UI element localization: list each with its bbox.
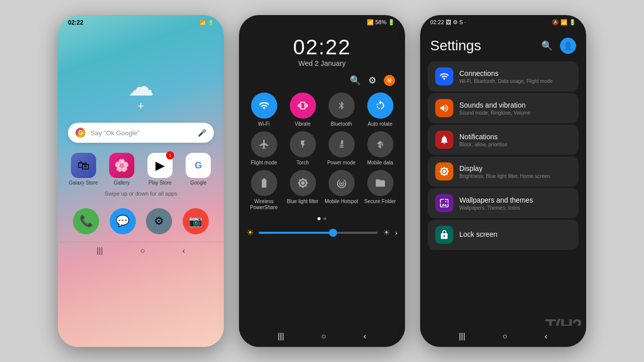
play-store-badge: 1	[166, 151, 174, 159]
battery-icon: 🔋	[208, 20, 214, 26]
wallpapers-title: Wallpapers and themes	[459, 196, 571, 204]
google-search-bar[interactable]: G Say "Ok Google" 🎤	[68, 123, 214, 143]
recents-button-3[interactable]: |||	[459, 332, 465, 341]
brightness-row: ☀ ☀ ›	[239, 223, 405, 240]
powershare-tile-label: Wireless PowerShare	[247, 199, 281, 211]
lockscreen-title: Lock screen	[459, 230, 571, 238]
search-icon-notif[interactable]: 🔍	[350, 75, 361, 86]
status-bar-notif: 📶 58% 🔋	[239, 15, 405, 28]
nav-bar-1: ||| ○ ‹	[58, 242, 224, 259]
settings-header-icons: 🔍 👤	[541, 38, 576, 54]
powermode-tile-icon	[329, 131, 355, 157]
tile-securefolder[interactable]: Secure Folder	[363, 170, 397, 211]
autorotate-tile-label: Auto rotate	[368, 121, 392, 127]
google-app-icon: G	[186, 153, 211, 178]
tile-vibrate[interactable]: Vibrate	[285, 93, 320, 127]
recents-button-2[interactable]: |||	[278, 332, 284, 341]
vibrate-tile-label: Vibrate	[295, 121, 311, 127]
sounds-subtitle: Sound mode, Ringtone, Volume	[459, 110, 571, 116]
app-gallery[interactable]: 🌸 Gallery	[104, 153, 139, 186]
autorotate-tile-icon	[367, 93, 393, 119]
sounds-text: Sounds and vibration Sound mode, Rington…	[459, 101, 571, 116]
home-button-1[interactable]: ○	[140, 246, 145, 255]
dot-indicators	[239, 215, 405, 223]
dock-camera[interactable]: 📷	[183, 208, 209, 234]
search-icon-settings[interactable]: 🔍	[541, 40, 552, 51]
dock-settings[interactable]: ⚙	[146, 208, 172, 234]
cloud-plus: +	[138, 100, 144, 113]
settings-item-notifications[interactable]: Notifications Block, allow, prioritise	[428, 125, 579, 155]
recents-button-1[interactable]: |||	[97, 246, 103, 255]
nav-bar-3: ||| ○ ‹	[420, 326, 586, 347]
torch-tile-label: Torch	[296, 160, 308, 166]
flightmode-tile-icon	[251, 131, 277, 157]
wallpapers-text: Wallpapers and themes Wallpapers, Themes…	[459, 196, 571, 211]
settings-item-lockscreen[interactable]: Lock screen	[428, 220, 579, 250]
back-button-3[interactable]: ‹	[545, 332, 547, 341]
settings-list: Connections Wi-Fi, Bluetooth, Data usage…	[420, 61, 586, 250]
user-avatar-settings[interactable]: 👤	[560, 38, 576, 54]
swipe-hint: Swipe up or down for all apps	[58, 191, 224, 197]
notification-badge[interactable]: N	[384, 75, 395, 86]
status-bar-settings: 02:22 🖼 ⚙ S · 🔕 📶 🔋	[420, 15, 586, 28]
settings-header: Settings 🔍 👤	[420, 28, 586, 61]
app-galaxy-store[interactable]: 🛍 Galaxy Store	[65, 153, 101, 186]
dot-1	[317, 217, 320, 220]
tile-torch[interactable]: Torch	[285, 131, 320, 166]
powermode-tile-label: Power mode	[327, 160, 355, 166]
tile-flightmode[interactable]: Flight mode	[247, 131, 281, 166]
brightness-slider[interactable]	[259, 232, 378, 234]
torch-tile-icon	[290, 131, 316, 157]
notifications-title: Notifications	[459, 133, 571, 141]
app-grid: 🛍 Galaxy Store 🌸 Gallery ▶ 1 Play Store	[65, 153, 216, 186]
home-button-3[interactable]: ○	[503, 332, 508, 341]
settings-item-wallpapers[interactable]: Wallpapers and themes Wallpapers, Themes…	[428, 188, 579, 218]
tile-bluelight[interactable]: Blue light filter	[285, 170, 320, 211]
phone-home: 02:22 📶 🔋 ☁ + G Say "Ok Google" 🎤 🛍 Gala…	[58, 15, 224, 347]
tile-bluetooth[interactable]: Bluetooth	[324, 93, 359, 127]
securefolder-tile-icon	[367, 170, 393, 196]
dock-messages[interactable]: 💬	[110, 208, 136, 234]
gallery-label: Gallery	[114, 180, 130, 186]
settings-icon-notif[interactable]: ⚙	[368, 75, 376, 86]
status-icons-1: 📶 🔋	[200, 20, 214, 26]
tile-wifi[interactable]: Wi-Fi	[247, 93, 281, 127]
flightmode-tile-label: Flight mode	[251, 160, 277, 166]
play-store-label: Play Store	[148, 180, 172, 186]
tile-mobiledata[interactable]: Mobile data	[363, 131, 397, 166]
tile-hotspot[interactable]: Mobile Hotspot	[324, 170, 359, 211]
back-button-2[interactable]: ‹	[364, 332, 366, 341]
nav-bar-2: ||| ○ ‹	[239, 326, 405, 347]
phone-settings: 02:22 🖼 ⚙ S · 🔕 📶 🔋 Settings 🔍 👤 Connect…	[420, 15, 586, 347]
tile-powermode[interactable]: Power mode	[324, 131, 359, 166]
brightness-expand-icon[interactable]: ›	[395, 229, 397, 237]
tile-powershare[interactable]: Wireless PowerShare	[247, 170, 281, 211]
settings-title: Settings	[430, 38, 481, 54]
home-button-2[interactable]: ○	[321, 332, 327, 341]
app-play-store[interactable]: ▶ 1 Play Store	[142, 153, 178, 186]
bluelight-tile-icon	[290, 170, 316, 196]
connections-icon	[435, 67, 453, 85]
back-button-1[interactable]: ‹	[183, 246, 185, 255]
notifications-text: Notifications Block, allow, prioritise	[459, 133, 571, 147]
notifications-icon	[435, 131, 453, 149]
signal-icon: 📶	[200, 20, 206, 26]
wifi-tile-label: Wi-Fi	[258, 121, 270, 127]
settings-item-sounds[interactable]: Sounds and vibration Sound mode, Rington…	[428, 93, 579, 123]
hotspot-tile-label: Mobile Hotspot	[325, 199, 358, 205]
dock: 📞 💬 ⚙ 📷	[58, 204, 224, 242]
status-right-3: 🔕 📶 🔋	[552, 19, 576, 26]
app-google[interactable]: G Google	[181, 153, 216, 186]
settings-item-display[interactable]: Display Brightness, Blue light filter, H…	[428, 156, 579, 187]
tile-autorotate[interactable]: Auto rotate	[363, 93, 397, 127]
google-logo: G	[75, 128, 86, 138]
display-subtitle: Brightness, Blue light filter, Home scre…	[459, 173, 571, 179]
dock-phone[interactable]: 📞	[73, 208, 99, 234]
brightness-high-icon: ☀	[383, 228, 390, 237]
connections-subtitle: Wi-Fi, Bluetooth, Data usage, Flight mod…	[459, 78, 571, 84]
notif-time: 02:22	[239, 35, 405, 59]
gallery-icon: 🌸	[109, 153, 134, 178]
cloud-widget[interactable]: ☁ +	[58, 73, 224, 113]
settings-item-connections[interactable]: Connections Wi-Fi, Bluetooth, Data usage…	[428, 61, 579, 92]
mic-icon[interactable]: 🎤	[198, 129, 206, 137]
